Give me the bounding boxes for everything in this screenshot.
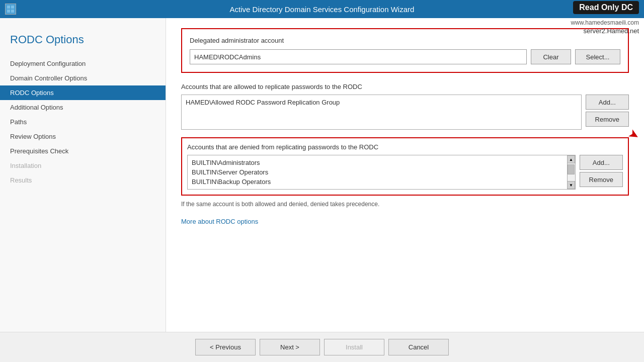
wizard-footer: < Previous Next > Install Cancel (0, 332, 644, 362)
cancel-button[interactable]: Cancel (388, 339, 449, 355)
watermark-area: www.hamedesmaeili.com server2.Hamed.net (571, 19, 639, 35)
denied-add-button[interactable]: Add... (580, 155, 623, 170)
svg-rect-1 (11, 6, 14, 9)
list-item: BUILTIN\Server Operators (192, 167, 563, 177)
watermark-url: www.hamedesmaeili.com (571, 19, 639, 26)
sidebar-item-review-options[interactable]: Review Options (0, 129, 166, 144)
note-text: If the same account is both allowed and … (181, 201, 629, 208)
list-item: HAMED\Allowed RODC Password Replication … (186, 98, 577, 107)
allowed-accounts-label: Accounts that are allowed to replicate p… (181, 83, 629, 90)
read-only-badge: Read Only DC (573, 1, 639, 14)
previous-button[interactable]: < Previous (195, 339, 256, 355)
denied-accounts-row: BUILTIN\Administrators BUILTIN\Server Op… (187, 155, 623, 190)
select-button[interactable]: Select... (575, 49, 620, 64)
title-bar: Active Directory Domain Services Configu… (0, 0, 644, 18)
scroll-up-button[interactable]: ▲ (567, 155, 575, 163)
wizard-body: RODC Options Deployment Configuration Do… (0, 18, 644, 332)
list-item: BUILTIN\Administrators (192, 158, 563, 167)
sidebar-item-deployment-configuration[interactable]: Deployment Configuration (0, 56, 166, 71)
scroll-track (568, 163, 575, 181)
allowed-accounts-section: Accounts that are allowed to replicate p… (181, 83, 629, 130)
sidebar-item-results: Results (0, 173, 166, 188)
sidebar-item-rodc-options[interactable]: RODC Options (0, 85, 166, 100)
denied-accounts-section: ➤ Accounts that are denied from replicat… (181, 137, 629, 196)
sidebar: RODC Options Deployment Configuration Do… (0, 18, 166, 332)
scrollbar[interactable]: ▲ ▼ (567, 155, 575, 189)
sidebar-item-paths[interactable]: Paths (0, 115, 166, 129)
allowed-accounts-buttons: Add... Remove (586, 95, 629, 127)
window-title: Active Directory Domain Services Configu… (230, 5, 415, 14)
svg-rect-3 (11, 10, 14, 13)
delegated-admin-section: Delegated administrator account HAMED\RO… (181, 28, 629, 73)
svg-rect-0 (7, 6, 10, 9)
scroll-thumb[interactable] (568, 164, 575, 174)
server-name: server2.Hamed.net (571, 27, 639, 35)
list-item: BUILTIN\Backup Operators (192, 177, 563, 187)
delegated-admin-value: HAMED\RODCAdmins (190, 49, 527, 64)
sidebar-item-domain-controller-options[interactable]: Domain Controller Options (0, 71, 166, 85)
allowed-add-button[interactable]: Add... (586, 95, 629, 110)
allowed-accounts-list: HAMED\Allowed RODC Password Replication … (181, 95, 582, 130)
denied-accounts-list: BUILTIN\Administrators BUILTIN\Server Op… (188, 155, 567, 189)
delegated-admin-label: Delegated administrator account (190, 37, 620, 44)
delegated-admin-row: HAMED\RODCAdmins Clear Select... (190, 49, 620, 64)
content-area: Delegated administrator account HAMED\RO… (166, 18, 644, 332)
install-button: Install (324, 339, 384, 355)
page-title: RODC Options (0, 28, 166, 56)
denied-accounts-list-container: BUILTIN\Administrators BUILTIN\Server Op… (187, 155, 576, 190)
allowed-remove-button[interactable]: Remove (586, 112, 629, 127)
wizard-container: RODC Options Deployment Configuration Do… (0, 18, 644, 362)
denied-accounts-buttons: Add... Remove (580, 155, 623, 187)
more-about-link[interactable]: More about RODC options (181, 218, 258, 225)
denied-accounts-label: Accounts that are denied from replicatin… (187, 143, 623, 151)
app-icon (5, 4, 16, 15)
allowed-accounts-row: HAMED\Allowed RODC Password Replication … (181, 95, 629, 130)
next-button[interactable]: Next > (260, 339, 320, 355)
denied-remove-button[interactable]: Remove (580, 172, 623, 187)
scroll-down-button[interactable]: ▼ (567, 181, 575, 189)
sidebar-item-prerequisites-check[interactable]: Prerequisites Check (0, 144, 166, 158)
sidebar-item-additional-options[interactable]: Additional Options (0, 100, 166, 115)
clear-button[interactable]: Clear (531, 49, 571, 64)
sidebar-item-installation: Installation (0, 158, 166, 173)
svg-rect-2 (7, 10, 10, 13)
